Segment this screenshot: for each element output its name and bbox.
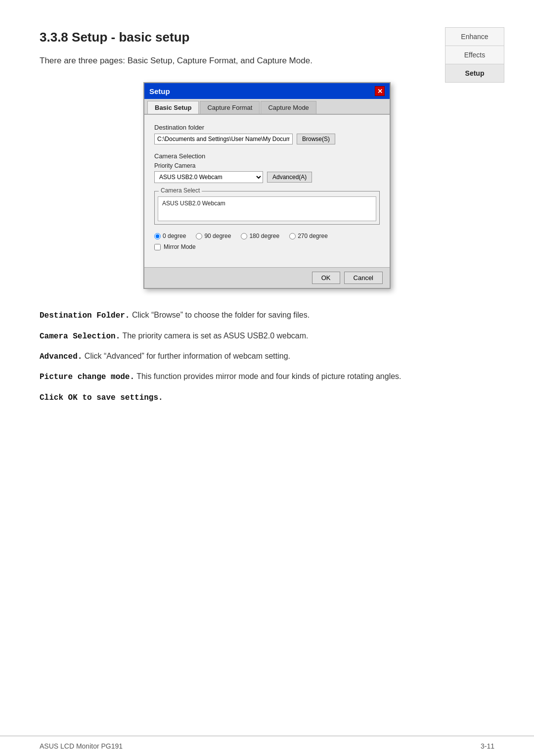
rotation-group: 0 degree 90 degree 180 degree 270 degree — [154, 233, 380, 250]
text-picture-change: This function provides mirror mode and f… — [134, 372, 401, 380]
camera-select-row: ASUS USB2.0 Webcam Advanced(A) — [154, 171, 380, 183]
ok-button[interactable]: OK — [312, 272, 340, 284]
radio-180-degree-label: 180 degree — [249, 233, 279, 239]
text-destination: Click “Browse” to choose the folder for … — [130, 311, 310, 319]
mirror-mode-checkbox-label[interactable]: Mirror Mode — [154, 243, 380, 250]
rotation-radio-group: 0 degree 90 degree 180 degree 270 degree — [154, 233, 380, 239]
text-camera: The priority camera is set as ASUS USB2.… — [120, 331, 308, 340]
footer-left: ASUS LCD Monitor PG191 — [40, 742, 123, 750]
term-picture-change: Picture change mode. — [40, 373, 134, 381]
sidebar-item-effects[interactable]: Effects — [445, 46, 504, 64]
tab-capture-mode[interactable]: Capture Mode — [261, 101, 316, 114]
radio-90-degree-label: 90 degree — [204, 233, 231, 239]
destination-folder-row: Browse(S) — [154, 134, 380, 144]
radio-270-degree-label: 270 degree — [298, 233, 328, 239]
radio-0-degree-label: 0 degree — [163, 233, 186, 239]
browse-button[interactable]: Browse(S) — [297, 134, 335, 144]
camera-select-item: ASUS USB2.0 Webcam — [162, 200, 225, 207]
dialog-titlebar: Setup ✕ — [144, 83, 390, 99]
desc-advanced: Advanced. Click “Advanced” for further i… — [40, 350, 415, 363]
page-footer: ASUS LCD Monitor PG191 3-11 — [0, 736, 534, 756]
radio-180-degree[interactable]: 180 degree — [241, 233, 279, 239]
intro-text: There are three pages: Basic Setup, Capt… — [40, 54, 326, 67]
tab-capture-format[interactable]: Capture Format — [200, 101, 260, 114]
dialog-tabs: Basic Setup Capture Format Capture Mode — [144, 99, 390, 115]
radio-90-degree[interactable]: 90 degree — [196, 233, 231, 239]
priority-camera-label: Priority Camera — [154, 162, 380, 169]
descriptions-block: Destination Folder. Click “Browse” to ch… — [40, 309, 494, 404]
section-heading: 3.3.8 Setup - basic setup — [40, 30, 494, 45]
camera-select-list[interactable]: ASUS USB2.0 Webcam — [158, 196, 376, 221]
term-camera: Camera Selection. — [40, 332, 120, 341]
term-advanced: Advanced. — [40, 352, 82, 361]
destination-folder-input[interactable] — [154, 134, 293, 144]
footer-right: 3-11 — [481, 742, 494, 750]
camera-selection-label: Camera Selection — [154, 152, 380, 160]
sidebar-item-setup[interactable]: Setup — [445, 64, 504, 82]
camera-select-frame-group: Camera Select ASUS USB2.0 Webcam — [154, 191, 380, 225]
term-destination: Destination Folder. — [40, 311, 130, 320]
radio-270-degree[interactable]: 270 degree — [289, 233, 328, 239]
camera-select-dropdown[interactable]: ASUS USB2.0 Webcam — [154, 171, 263, 183]
term-click-ok: Click OK to save settings. — [40, 393, 163, 402]
destination-folder-group: Destination folder Browse(S) — [154, 124, 380, 144]
dialog-body: Destination folder Browse(S) Camera Sele… — [144, 115, 390, 267]
camera-select-frame: Camera Select ASUS USB2.0 Webcam — [154, 191, 380, 225]
page-content: Enhance Effects Setup 3.3.8 Setup - basi… — [0, 0, 534, 441]
advanced-button[interactable]: Advanced(A) — [267, 172, 312, 183]
sidebar-nav: Enhance Effects Setup — [445, 27, 504, 83]
mirror-mode-checkbox[interactable] — [154, 244, 161, 250]
dialog-title: Setup — [149, 87, 170, 95]
camera-select-frame-label: Camera Select — [159, 187, 202, 194]
destination-folder-label: Destination folder — [154, 124, 380, 131]
text-advanced: Click “Advanced” for further information… — [82, 352, 290, 360]
mirror-mode-label: Mirror Mode — [164, 243, 196, 250]
desc-picture-change: Picture change mode. This function provi… — [40, 370, 415, 383]
radio-0-degree[interactable]: 0 degree — [154, 233, 186, 239]
tab-basic-setup[interactable]: Basic Setup — [147, 101, 199, 114]
dialog-close-button[interactable]: ✕ — [375, 86, 385, 96]
desc-click-ok: Click OK to save settings. — [40, 391, 415, 404]
setup-dialog: Setup ✕ Basic Setup Capture Format Captu… — [143, 82, 391, 289]
camera-selection-group: Camera Selection Priority Camera ASUS US… — [154, 152, 380, 183]
sidebar-item-enhance[interactable]: Enhance — [445, 28, 504, 46]
desc-camera: Camera Selection. The priority camera is… — [40, 330, 415, 343]
cancel-button[interactable]: Cancel — [344, 272, 383, 284]
desc-destination: Destination Folder. Click “Browse” to ch… — [40, 309, 415, 322]
dialog-footer: OK Cancel — [144, 267, 390, 288]
